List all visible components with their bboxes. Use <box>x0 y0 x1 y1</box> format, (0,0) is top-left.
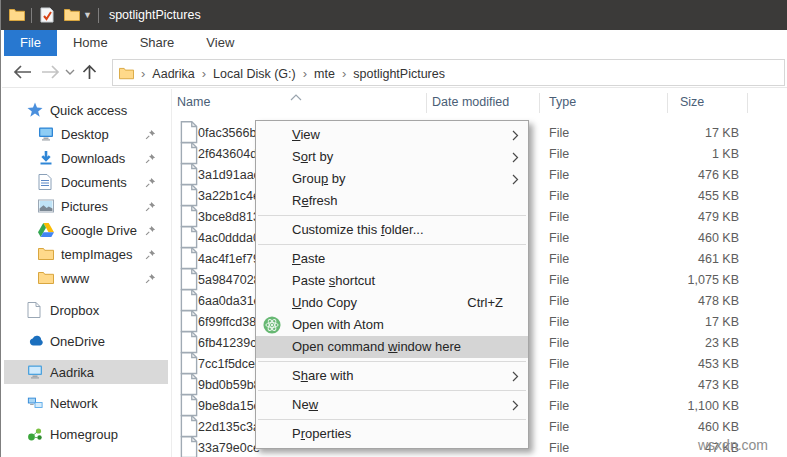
sidebar-item-label: Aadrika <box>50 365 94 380</box>
sidebar-item-google-drive[interactable]: Google Drive <box>4 218 168 242</box>
file-type: File <box>549 420 647 434</box>
file-size: 1,100 KB <box>647 399 739 413</box>
tab-home[interactable]: Home <box>57 30 124 56</box>
menu-item-label: Group by <box>292 171 345 186</box>
sidebar-item-label: OneDrive <box>50 334 105 349</box>
submenu-arrow-icon <box>512 400 519 411</box>
sidebar-item-label: Network <box>50 396 98 411</box>
download-icon <box>38 150 54 166</box>
file-size: 460 KB <box>647 231 739 245</box>
sidebar-item-quick-access[interactable]: Quick access <box>4 98 168 122</box>
breadcrumb-segment[interactable]: Local Disk (G:) <box>213 67 296 81</box>
dropbox-icon <box>27 302 43 318</box>
file-icon <box>180 163 198 185</box>
menu-item-customize-this-folder[interactable]: Customize this folder... <box>256 219 528 241</box>
onedrive-icon <box>27 333 43 349</box>
file-type: File <box>549 441 647 455</box>
recent-locations-chevron-icon[interactable] <box>65 69 75 75</box>
file-icon <box>180 373 198 395</box>
menu-item-paste-shortcut[interactable]: Paste shortcut <box>256 270 528 292</box>
pin-icon <box>145 177 156 188</box>
menu-item-open-command-window-here[interactable]: Open command window here <box>256 336 528 358</box>
sidebar-item-pictures[interactable]: Pictures <box>4 194 168 218</box>
column-header-date-modified[interactable]: Date modified <box>432 95 509 109</box>
file-size: 479 KB <box>647 210 739 224</box>
menu-shortcut: Ctrl+Z <box>467 292 503 314</box>
sidebar-item-network[interactable]: Network <box>4 391 168 415</box>
sidebar-item-aadrika[interactable]: Aadrika <box>4 360 168 384</box>
sidebar-item-onedrive[interactable]: OneDrive <box>4 329 168 353</box>
sidebar-item-label: Desktop <box>61 127 109 142</box>
file-size: 453 KB <box>647 357 739 371</box>
tab-view[interactable]: View <box>190 30 250 56</box>
forward-icon[interactable] <box>41 65 60 79</box>
context-menu: ViewSort byGroup byRefreshCustomize this… <box>255 120 529 449</box>
folder-icon <box>38 270 54 286</box>
menu-item-share-with[interactable]: Share with <box>256 365 528 387</box>
window-title: spotlightPictures <box>109 8 201 22</box>
menu-item-properties[interactable]: Properties <box>256 423 528 445</box>
sidebar-item-dropbox[interactable]: Dropbox <box>4 298 168 322</box>
menu-item-label: Customize this folder... <box>292 222 424 237</box>
titlebar-separator <box>98 8 99 23</box>
up-icon[interactable] <box>82 64 97 80</box>
file-icon <box>180 184 198 206</box>
menu-item-label: Sort by <box>292 149 333 164</box>
breadcrumb-chevron-icon: › <box>342 66 346 81</box>
menu-separator <box>258 361 526 362</box>
file-icon <box>180 268 198 290</box>
sidebar-item-www[interactable]: www <box>4 266 168 290</box>
file-icon <box>180 331 198 353</box>
folder-quick-icon[interactable] <box>64 7 80 23</box>
sidebar-item-label: Pictures <box>61 199 108 214</box>
submenu-arrow-icon <box>512 371 519 382</box>
breadcrumb-segment[interactable]: mte <box>314 67 335 81</box>
sidebar-item-tempimages[interactable]: tempImages <box>4 242 168 266</box>
sidebar-item-documents[interactable]: Documents <box>4 170 168 194</box>
file-size: 17 KB <box>647 126 739 140</box>
menu-separator <box>258 419 526 420</box>
address-bar[interactable]: ›Aadrika›Local Disk (G:)›mte›spotlightPi… <box>112 59 785 86</box>
sidebar-item-label: Google Drive <box>61 223 137 238</box>
pin-icon <box>145 153 156 164</box>
sidebar-item-desktop[interactable]: Desktop <box>4 122 168 146</box>
menu-item-new[interactable]: New <box>256 394 528 416</box>
breadcrumb-segment[interactable]: spotlightPictures <box>353 67 445 81</box>
sidebar-item-homegroup[interactable]: Homegroup <box>4 422 168 446</box>
menu-item-sort-by[interactable]: Sort by <box>256 146 528 168</box>
menu-item-paste[interactable]: Paste <box>256 248 528 270</box>
file-type: File <box>549 231 647 245</box>
menu-item-view[interactable]: View <box>256 124 528 146</box>
menu-item-label: Share with <box>292 368 353 383</box>
qat-dropdown-icon[interactable]: ▼ <box>83 10 92 20</box>
breadcrumb-chevron-icon: › <box>303 66 307 81</box>
menu-item-refresh[interactable]: Refresh <box>256 190 528 212</box>
tab-file[interactable]: File <box>4 30 57 56</box>
tab-share[interactable]: Share <box>124 30 191 56</box>
atom-icon <box>263 316 281 334</box>
sidebar-item-label: Documents <box>61 175 127 190</box>
menu-item-label: Open with Atom <box>292 317 384 332</box>
explorer-window: ▼ spotlightPictures FileHomeShareView ›A… <box>0 0 787 457</box>
sidebar-item-label: Dropbox <box>50 303 99 318</box>
document-icon <box>38 174 54 190</box>
column-header-size[interactable]: Size <box>680 95 704 109</box>
breadcrumb-segment[interactable]: Aadrika <box>152 67 194 81</box>
menu-separator <box>258 390 526 391</box>
column-header-type[interactable]: Type <box>549 95 576 109</box>
file-icon <box>180 310 198 332</box>
titlebar-separator <box>31 8 32 23</box>
menu-item-group-by[interactable]: Group by <box>256 168 528 190</box>
back-icon[interactable] <box>13 65 32 79</box>
file-size: 17 KB <box>647 315 739 329</box>
file-type: File <box>549 336 647 350</box>
submenu-arrow-icon <box>512 174 519 185</box>
sidebar-item-downloads[interactable]: Downloads <box>4 146 168 170</box>
column-header-name[interactable]: Name <box>177 95 210 109</box>
file-type: File <box>549 273 647 287</box>
properties-quick-icon[interactable] <box>40 7 56 23</box>
file-size: 476 KB <box>647 168 739 182</box>
menu-item-undo-copy[interactable]: Undo CopyCtrl+Z <box>256 292 528 314</box>
file-icon <box>180 436 198 457</box>
menu-item-open-with-atom[interactable]: Open with Atom <box>256 314 528 336</box>
